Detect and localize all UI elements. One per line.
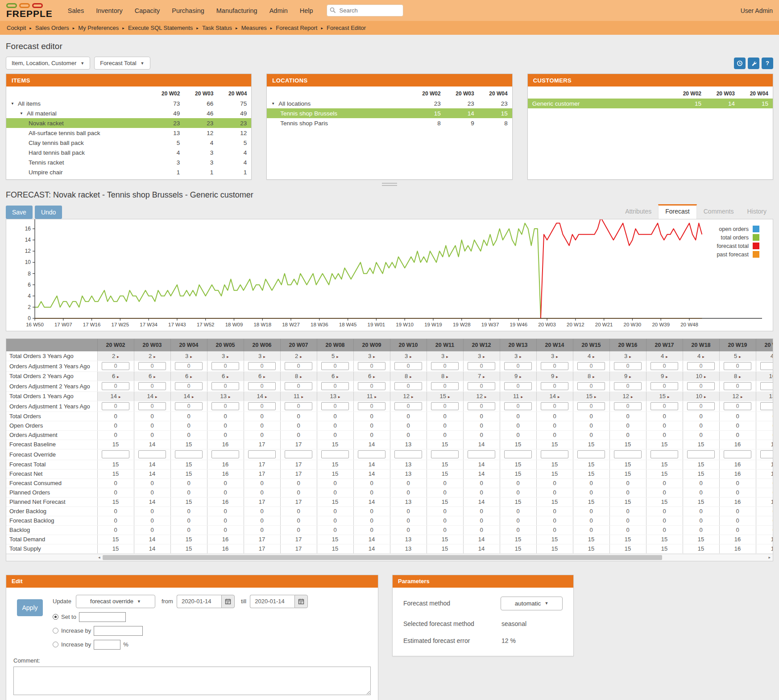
grid-cell-input[interactable] xyxy=(651,450,678,458)
grid-cell[interactable] xyxy=(280,449,317,460)
legend-item-past-forecast[interactable]: past forecast xyxy=(717,250,759,259)
drilldown-chevron-icon[interactable]: ▸ xyxy=(263,375,265,379)
grid-cell[interactable] xyxy=(170,361,207,371)
grid-cell-input[interactable] xyxy=(687,450,715,458)
grid-cell[interactable]: 11▸ xyxy=(500,391,536,401)
grid-cell-input[interactable] xyxy=(138,402,166,410)
drilldown-chevron-icon[interactable]: ▸ xyxy=(558,395,560,399)
legend-item-total-orders[interactable]: total orders xyxy=(717,233,759,242)
drilldown-chevron-icon[interactable]: ▸ xyxy=(338,395,340,399)
grid-cell-input[interactable] xyxy=(724,402,751,410)
grid-cell-input[interactable] xyxy=(468,362,495,370)
grid-cell[interactable]: 7▸ xyxy=(463,371,500,381)
grid-cell[interactable]: 8▸ xyxy=(390,371,427,381)
grid-cell[interactable]: 11▸ xyxy=(280,391,317,401)
grid-cell[interactable]: 13▸ xyxy=(756,391,773,401)
scroll-right-icon[interactable]: ▸ xyxy=(768,555,771,560)
drilldown-chevron-icon[interactable]: ▸ xyxy=(519,375,522,379)
scroll-left-icon[interactable]: ◂ xyxy=(98,555,100,560)
grid-cell-input[interactable] xyxy=(431,402,459,410)
drilldown-chevron-icon[interactable]: ▸ xyxy=(228,395,231,399)
grid-cell[interactable]: 8▸ xyxy=(280,371,317,381)
grid-cell-input[interactable] xyxy=(651,362,678,370)
grid-cell-input[interactable] xyxy=(358,402,385,410)
drilldown-chevron-icon[interactable]: ▸ xyxy=(556,354,558,359)
grid-cell[interactable] xyxy=(756,381,773,391)
grid-cell[interactable] xyxy=(719,361,756,371)
grid-cell[interactable] xyxy=(536,361,573,371)
grid-cell[interactable] xyxy=(536,381,573,391)
menu-item-manufacturing[interactable]: Manufacturing xyxy=(216,7,257,14)
grid-cell[interactable]: 3▸ xyxy=(170,351,207,361)
drilldown-chevron-icon[interactable]: ▸ xyxy=(336,375,339,379)
menu-item-help[interactable]: Help xyxy=(300,7,313,14)
grid-cell-input[interactable] xyxy=(248,450,276,458)
locations-row[interactable]: Tennis shop Brussels151415 xyxy=(267,108,512,118)
breadcrumb-item[interactable]: Execute SQL Statements xyxy=(128,25,193,31)
grid-cell-input[interactable] xyxy=(394,382,422,390)
grid-cell[interactable] xyxy=(244,401,280,412)
grid-cell-input[interactable] xyxy=(577,402,605,410)
update-measure-dropdown[interactable]: forecast override▼ xyxy=(76,595,155,608)
breadcrumb-item[interactable]: Forecast Report xyxy=(276,25,317,31)
grid-cell-input[interactable] xyxy=(321,362,349,370)
grid-cell[interactable] xyxy=(207,361,244,371)
drilldown-chevron-icon[interactable]: ▸ xyxy=(227,375,229,379)
grid-cell[interactable] xyxy=(280,401,317,412)
grid-cell[interactable]: 6▸ xyxy=(134,371,170,381)
grid-cell[interactable]: 2▸ xyxy=(134,351,170,361)
grid-cell-input[interactable] xyxy=(541,362,568,370)
grid-cell[interactable] xyxy=(463,401,500,412)
grid-cell[interactable] xyxy=(646,361,683,371)
grid-cell[interactable] xyxy=(244,449,280,460)
grid-cell-input[interactable] xyxy=(504,450,532,458)
grid-cell[interactable]: 2▸ xyxy=(280,351,317,361)
grid-cell[interactable] xyxy=(353,401,390,412)
drilldown-chevron-icon[interactable]: ▸ xyxy=(265,395,267,399)
grid-cell[interactable]: 3▸ xyxy=(390,351,427,361)
grid-cell-input[interactable] xyxy=(541,402,568,410)
drilldown-chevron-icon[interactable]: ▸ xyxy=(556,375,558,379)
grid-cell[interactable] xyxy=(536,449,573,460)
grid-cell-input[interactable] xyxy=(760,450,773,458)
grid-cell[interactable]: 6▸ xyxy=(317,371,353,381)
grid-cell[interactable] xyxy=(390,449,427,460)
grid-cell-input[interactable] xyxy=(394,402,422,410)
grid-cell[interactable] xyxy=(280,361,317,371)
drilldown-chevron-icon[interactable]: ▸ xyxy=(483,375,485,379)
grid-cell-input[interactable] xyxy=(358,382,385,390)
grid-cell[interactable] xyxy=(353,361,390,371)
grid-cell[interactable]: 11▸ xyxy=(353,391,390,401)
scrollbar-thumb[interactable] xyxy=(103,555,662,560)
grid-cell[interactable]: 2▸ xyxy=(97,351,134,361)
grid-cell[interactable] xyxy=(207,401,244,412)
grid-cell-input[interactable] xyxy=(285,402,312,410)
legend-item-forecast-total[interactable]: forecast total xyxy=(717,242,759,250)
grid-cell[interactable]: 3▸ xyxy=(207,351,244,361)
items-row[interactable]: ▼All material494649 xyxy=(6,108,251,118)
grid-cell[interactable]: 10▸ xyxy=(756,371,773,381)
grid-cell[interactable] xyxy=(646,449,683,460)
menu-item-purchasing[interactable]: Purchasing xyxy=(172,7,204,14)
drilldown-chevron-icon[interactable]: ▸ xyxy=(374,395,377,399)
grid-cell[interactable] xyxy=(317,361,353,371)
dimension-selector-dropdown[interactable]: Item, Location, Customer▼ xyxy=(6,57,90,70)
drilldown-chevron-icon[interactable]: ▸ xyxy=(117,354,119,359)
grid-cell[interactable]: 4▸ xyxy=(683,351,719,361)
drilldown-chevron-icon[interactable]: ▸ xyxy=(704,395,706,399)
drilldown-chevron-icon[interactable]: ▸ xyxy=(593,375,595,379)
grid-cell[interactable]: 12▸ xyxy=(390,391,427,401)
grid-cell[interactable]: 6▸ xyxy=(244,371,280,381)
increase-by-radio[interactable] xyxy=(53,628,58,634)
grid-cell[interactable]: 14▸ xyxy=(536,391,573,401)
drilldown-chevron-icon[interactable]: ▸ xyxy=(227,354,229,359)
grid-cell-input[interactable] xyxy=(248,362,276,370)
grid-cell-input[interactable] xyxy=(211,382,239,390)
grid-cell[interactable] xyxy=(427,361,463,371)
legend-item-open-orders[interactable]: open orders xyxy=(717,225,759,233)
grid-cell[interactable] xyxy=(427,401,463,412)
grid-cell-input[interactable] xyxy=(541,382,568,390)
grid-cell[interactable]: 3▸ xyxy=(536,351,573,361)
expand-caret-icon[interactable]: ▼ xyxy=(11,102,15,106)
grid-cell[interactable]: 15▸ xyxy=(573,391,609,401)
